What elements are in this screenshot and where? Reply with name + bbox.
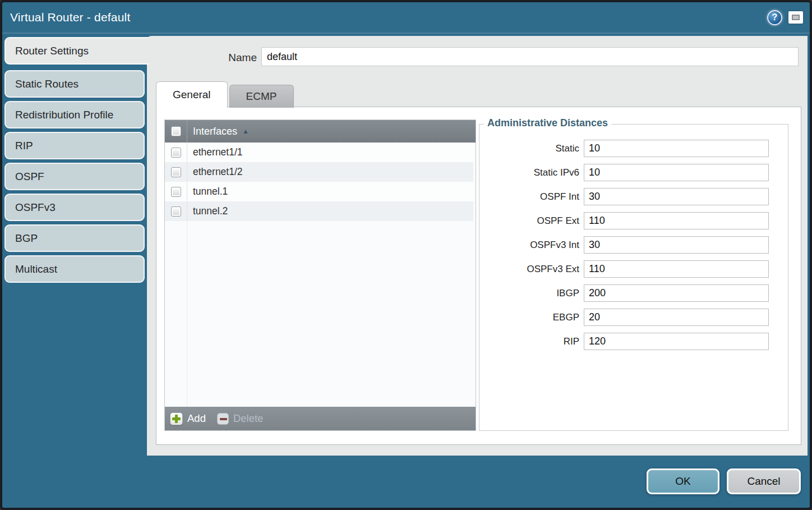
admin-distance-label: OSPFv3 Ext	[479, 264, 584, 275]
interfaces-column-header[interactable]: Interfaces ▲	[187, 120, 249, 143]
admin-distance-row: OSPF Int	[479, 188, 788, 205]
minus-bar	[220, 418, 227, 420]
sidebar-item-label: RIP	[15, 140, 33, 152]
ok-button[interactable]: OK	[647, 468, 719, 494]
admin-distance-input[interactable]	[584, 309, 769, 326]
row-checkbox[interactable]	[171, 167, 181, 177]
row-checkbox-cell	[165, 201, 187, 221]
interface-name: ethernet1/2	[187, 162, 243, 182]
sort-asc-icon: ▲	[242, 127, 249, 135]
delete-button-disabled[interactable]: Delete	[217, 412, 263, 425]
add-icon	[170, 412, 183, 425]
sidebar-item-label: Multicast	[15, 263, 57, 275]
admin-distance-input[interactable]	[584, 188, 769, 205]
table-row[interactable]: ethernet1/1	[165, 143, 473, 162]
dialog-body: Name General ECMP Interfac	[147, 36, 808, 456]
row-checkbox-cell	[165, 143, 187, 162]
sidebar-item-label: Static Routes	[15, 78, 79, 90]
admin-distance-input[interactable]	[584, 236, 769, 254]
admin-distance-row: IBGP	[479, 284, 788, 302]
admin-distance-input[interactable]	[584, 140, 769, 157]
admin-distance-label: OSPFv3 Int	[479, 240, 584, 251]
admin-distance-input[interactable]	[584, 212, 769, 229]
sidebar-item-label: BGP	[15, 232, 38, 245]
window-restore-icon[interactable]	[788, 11, 803, 24]
table-row[interactable]: tunnel.1	[165, 182, 473, 201]
admin-distances-legend: Administrative Distances	[484, 117, 611, 129]
table-empty-area	[165, 221, 476, 407]
row-checkbox-cell	[165, 162, 187, 182]
sidebar-item-label: Redistribution Profile	[15, 109, 113, 121]
name-label: Name	[181, 52, 257, 64]
tab[interactable]: General	[156, 81, 228, 108]
sidebar-item[interactable]: Static Routes	[4, 70, 145, 98]
tab-label: ECMP	[246, 90, 277, 103]
sidebar-item-label: OSPF	[15, 171, 44, 183]
row-checkbox[interactable]	[171, 206, 181, 217]
admin-distance-row: Static IPv6	[479, 164, 788, 181]
dialog-titlebar: Virtual Router - default ?	[2, 2, 810, 34]
name-input[interactable]	[261, 47, 799, 66]
admin-distance-label: OSPF Ext	[479, 215, 584, 227]
interfaces-table: Interfaces ▲ ethernet1/1	[164, 120, 476, 431]
interface-name: tunnel.2	[187, 201, 228, 221]
dialog-actions: OK Cancel	[647, 468, 801, 494]
select-all-checkbox[interactable]	[171, 126, 181, 136]
admin-distance-input[interactable]	[584, 164, 769, 181]
row-checkbox-cell	[165, 182, 187, 201]
sidebar-item[interactable]: OSPFv3	[4, 194, 145, 221]
admin-distance-label: RIP	[479, 336, 584, 347]
interfaces-table-header: Interfaces ▲	[165, 120, 476, 143]
tab-label: General	[173, 89, 211, 101]
sidebar-item[interactable]: Multicast	[4, 255, 145, 283]
add-button[interactable]: Add	[170, 412, 206, 425]
interfaces-table-footer: Add Delete	[165, 407, 476, 430]
interface-name: ethernet1/1	[187, 143, 243, 162]
sidebar-item-label: OSPFv3	[15, 201, 56, 214]
table-row[interactable]: ethernet1/2	[165, 162, 473, 182]
sidebar-item-label: Router Settings	[15, 45, 89, 57]
admin-distance-label: IBGP	[479, 288, 584, 299]
sidebar-item[interactable]: RIP	[4, 132, 145, 159]
sidebar-item[interactable]: OSPF	[4, 163, 145, 190]
dialog-title: Virtual Router - default	[10, 11, 131, 24]
sidebar-item[interactable]: Redistribution Profile	[4, 101, 145, 128]
tab-bar: General ECMP	[156, 81, 296, 108]
row-checkbox[interactable]	[171, 148, 181, 158]
tab[interactable]: ECMP	[229, 85, 294, 108]
delete-icon	[217, 413, 229, 425]
admin-distance-label: OSPF Int	[479, 191, 584, 203]
admin-distance-row: OSPFv3 Ext	[479, 260, 788, 278]
tab-content-panel: Interfaces ▲ ethernet1/1	[156, 107, 801, 445]
titlebar-icons: ?	[767, 10, 810, 25]
admin-distance-row: EBGP	[479, 309, 788, 326]
virtual-router-dialog: Virtual Router - default ? Router Settin…	[0, 0, 812, 510]
admin-distances-fields: Static Static IPv6 OSPF Int	[479, 125, 788, 350]
cancel-button[interactable]: Cancel	[727, 468, 801, 494]
help-icon[interactable]: ?	[767, 10, 782, 25]
interface-name: tunnel.1	[187, 182, 228, 201]
admin-distance-row: Static	[479, 140, 788, 157]
window-restore-icon-shape	[792, 15, 800, 20]
sidebar-item[interactable]: BGP	[4, 224, 145, 252]
sidebar-nav: Router Settings Static Routes Redistribu…	[4, 37, 145, 286]
add-button-label: Add	[187, 412, 206, 425]
checkbox-column-spacer	[165, 221, 187, 407]
sidebar-item[interactable]: Router Settings	[4, 37, 149, 65]
admin-distance-label: Static IPv6	[479, 167, 584, 178]
help-icon-glyph: ?	[772, 12, 778, 22]
admin-distance-row: RIP	[479, 333, 788, 350]
interfaces-table-body: ethernet1/1 ethernet1/2	[165, 143, 476, 407]
delete-button-label: Delete	[233, 412, 263, 425]
admin-distances-group: Administrative Distances Static Static I…	[479, 124, 788, 431]
admin-distance-row: OSPFv3 Int	[479, 236, 788, 254]
interfaces-column-title: Interfaces	[193, 126, 237, 137]
admin-distance-input[interactable]	[584, 333, 769, 350]
admin-distance-input[interactable]	[584, 284, 769, 302]
admin-distance-input[interactable]	[584, 260, 769, 278]
plus-bar-vertical	[175, 415, 178, 423]
table-row[interactable]: tunnel.2	[165, 201, 473, 221]
admin-distance-label: EBGP	[479, 312, 584, 323]
row-checkbox[interactable]	[171, 187, 181, 197]
admin-distance-label: Static	[479, 143, 584, 154]
